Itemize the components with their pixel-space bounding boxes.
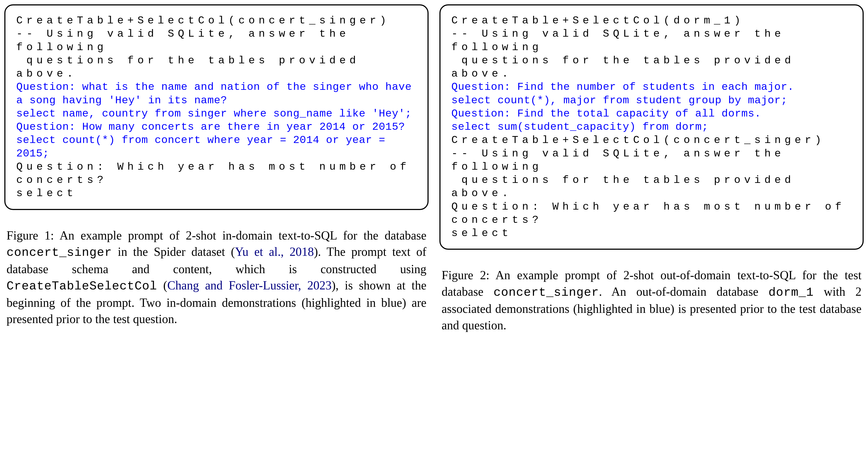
code-line: questions for the tables provided above. [451,54,852,81]
code-line: select [451,227,852,240]
code-line: Question: Which year has most number of … [451,200,852,227]
code-line: -- Using valid SQLite, answer the follow… [451,147,852,174]
code-line-highlighted: select count(*) from concert where year … [16,134,417,160]
code-line: -- Using valid SQLite, answer the follow… [451,27,852,54]
figure-1-caption: Figure 1: An example prompt of 2-shot in… [4,227,429,328]
code-line: CreateTable+SelectCol(concert_singer) [16,14,417,27]
code-line: questions for the tables provided above. [451,174,852,200]
caption-db-name: dorm_1 [769,285,813,300]
caption-text: . An out-of-domain database [599,285,769,298]
code-line: questions for the tables provided above. [16,54,417,81]
figure-2-caption: Figure 2: An example prompt of 2-shot ou… [439,267,864,334]
caption-text: Figure 1: An example prompt of 2-shot in… [6,229,426,242]
caption-db-name: concert_singer [493,285,599,300]
caption-db-name: concert_singer [6,246,112,259]
caption-method-name: CreateTableSelectCol [6,279,157,293]
citation-link[interactable]: Chang and Fosler-Lussier, 2023 [167,279,332,292]
caption-text: in the Spider dataset ( [112,245,235,258]
code-line: CreateTable+SelectCol(concert_singer) [451,134,852,147]
code-line-highlighted: select sum(student_capacity) from dorm; [451,120,852,134]
code-line-highlighted: Question: How many concerts are there in… [16,120,417,134]
code-line: select [16,187,417,200]
code-line-highlighted: select name, country from singer where s… [16,107,417,120]
code-line-highlighted: Question: Find the total capacity of all… [451,107,852,120]
code-line-highlighted: Question: what is the name and nation of… [16,81,417,107]
figure-1-code-box: CreateTable+SelectCol(concert_singer) --… [4,4,429,210]
caption-text: ( [157,279,167,292]
code-line: Question: Which year has most number of … [16,160,417,187]
figure-2-column: CreateTable+SelectCol(dorm_1) -- Using v… [439,4,864,459]
citation-link[interactable]: Yu et al., 2018 [235,245,314,258]
code-line: CreateTable+SelectCol(dorm_1) [451,14,852,27]
code-line-highlighted: select count(*), major from student grou… [451,94,852,107]
figure-2-code-box: CreateTable+SelectCol(dorm_1) -- Using v… [439,4,864,250]
code-line: -- Using valid SQLite, answer the follow… [16,27,417,54]
code-line-highlighted: Question: Find the number of students in… [451,81,852,94]
figure-1-column: CreateTable+SelectCol(concert_singer) --… [4,4,429,459]
